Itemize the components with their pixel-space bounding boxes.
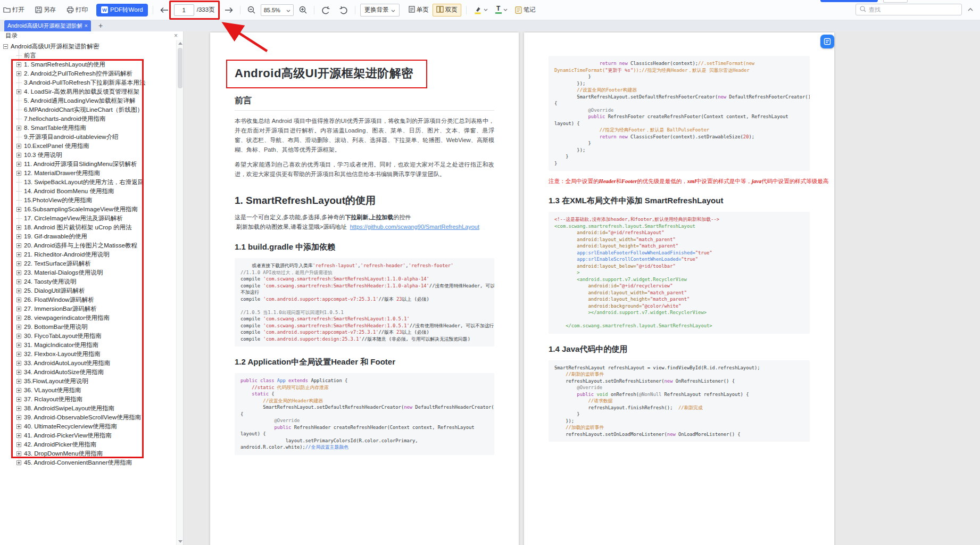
toc-item[interactable]: 13. SwipeBackLayout的使用方法，右滑返回	[0, 178, 176, 187]
toc-item[interactable]: 25. DialogUtil源码解析	[0, 286, 176, 295]
tree-toggle-icon[interactable]	[16, 171, 21, 176]
toc-item[interactable]: 39. Android-ObservableScrollView使用指南	[0, 413, 176, 422]
open-button[interactable]: 打开	[1, 5, 27, 15]
toc-item[interactable]: 35.FlowLayout使用说明	[0, 377, 176, 386]
toc-item[interactable]: 23. Material-Dialogs使用说明	[0, 268, 176, 277]
tree-toggle-icon[interactable]	[16, 234, 21, 239]
sidebar-scrollbar[interactable]	[176, 40, 183, 545]
toc-item[interactable]: 21. Richeditor-Android使用说明	[0, 250, 176, 259]
page-number-input[interactable]	[174, 4, 194, 16]
tree-toggle-icon[interactable]	[16, 71, 21, 76]
tree-toggle-icon[interactable]	[16, 370, 21, 375]
toc-item[interactable]: 8. SmartTable使用指南	[0, 123, 176, 133]
tree-toggle-icon[interactable]	[16, 424, 21, 429]
toc-item[interactable]: 7.hellocharts-android使用指南	[0, 114, 176, 123]
tree-toggle-icon[interactable]	[16, 153, 21, 158]
tree-toggle-icon[interactable]	[16, 298, 21, 302]
toc-item[interactable]: 30. FlycoTabLayout使用指南	[0, 332, 176, 341]
tree-toggle-icon[interactable]	[16, 334, 21, 338]
toc-item[interactable]: 14. Android BoomMenu 使用指南	[0, 187, 176, 196]
previous-page-button[interactable]	[158, 6, 171, 14]
toc-item[interactable]: 18. Android 图片裁切框架 uCrop 的用法	[0, 223, 176, 232]
document-view[interactable]: Android高级UI开源框架进阶解密 前言 本书收集总结 Android 项目…	[184, 31, 980, 545]
change-background-button[interactable]: 更换背景	[360, 4, 400, 16]
toc-item[interactable]: 15.PhotoView的使用指南	[0, 196, 176, 205]
tree-toggle-icon[interactable]	[16, 379, 21, 384]
toc-item[interactable]: 2. Android之PullToRefresh控件源码解析	[0, 69, 176, 78]
tab-close-icon[interactable]: ×	[85, 23, 88, 29]
highlighter-button[interactable]	[471, 5, 490, 15]
tree-toggle-icon[interactable]	[16, 343, 21, 348]
tree-toggle-icon[interactable]	[16, 225, 21, 230]
toc-item[interactable]: 40. UltimateRecyclerview使用指南	[0, 422, 176, 431]
print-button[interactable]: 打印	[64, 5, 90, 15]
toc-item[interactable]: 前言	[0, 51, 176, 60]
tree-toggle-icon[interactable]	[16, 252, 21, 257]
toc-close-icon[interactable]: ×	[174, 32, 178, 39]
save-as-button[interactable]: 另存	[33, 5, 58, 15]
toc-item[interactable]: 19. Gif-drawable的使用	[0, 232, 176, 241]
tree-toggle-icon[interactable]	[16, 279, 21, 284]
tree-toggle-icon[interactable]	[16, 451, 21, 456]
underline-text-button[interactable]: T	[493, 5, 510, 15]
tree-toggle-icon[interactable]	[16, 243, 21, 248]
toc-item[interactable]: 26. FloatWindow源码解析	[0, 295, 176, 304]
toc-item[interactable]: 10.ExcelPanel 使用指南	[0, 142, 176, 151]
redo-button[interactable]	[337, 5, 350, 15]
toc-item[interactable]: 45. Android-ConvenientBanner使用指南	[0, 458, 176, 467]
scrollbar-thumb[interactable]	[178, 48, 182, 88]
toc-item[interactable]: 36. VLayout使用指南	[0, 386, 176, 395]
toc-item[interactable]: 28. viewpagerindicator使用指南	[0, 313, 176, 323]
tree-toggle-icon[interactable]	[16, 62, 21, 67]
toc-item[interactable]: 27. ImmersionBar源码解析	[0, 304, 176, 313]
toc-item[interactable]: 43. DropDownMenu使用指南	[0, 449, 176, 458]
toc-item[interactable]: 1. SmartRefreshLayout的使用	[0, 60, 176, 69]
tree-toggle-icon[interactable]	[16, 270, 21, 275]
tree-toggle-icon[interactable]	[16, 144, 21, 148]
tree-toggle-icon[interactable]	[3, 44, 8, 49]
tree-toggle-icon[interactable]	[16, 352, 21, 357]
notes-button[interactable]: 笔记	[513, 5, 538, 15]
tree-toggle-icon[interactable]	[16, 406, 21, 411]
assistant-widget-button[interactable]	[820, 35, 834, 48]
toc-item[interactable]: Android高级UI开源框架进阶解密	[0, 42, 176, 51]
undo-button[interactable]	[319, 5, 333, 15]
toc-item[interactable]: 24. Taosty使用说明	[0, 277, 176, 286]
toc-item[interactable]: 17. CircleImageView用法及源码解析	[0, 214, 176, 223]
tree-toggle-icon[interactable]	[16, 89, 21, 94]
double-page-button[interactable]: 双页	[433, 4, 461, 16]
toc-item[interactable]: 6.MPAndroidChart实现LineChart（折线图）	[0, 105, 176, 114]
zoom-out-button[interactable]	[245, 5, 258, 15]
toc-item[interactable]: 42. AndroidPicker使用指南	[0, 440, 176, 449]
toc-item[interactable]: 5. Android通用LoadingView加载框架详解	[0, 96, 176, 105]
toc-item[interactable]: 34. AndroidAutoSize使用指南	[0, 368, 176, 377]
zoom-in-button[interactable]	[297, 5, 309, 15]
toc-item[interactable]: 20. Android选择与上传图片之Matisse教程	[0, 241, 176, 250]
toc-item[interactable]: 3.Android-PullToRefresh下拉刷新库基本用法	[0, 78, 176, 87]
toc-item[interactable]: 29. BottomBar使用说明	[0, 323, 176, 332]
toc-item[interactable]: 12. MaterialDrawer使用指南	[0, 169, 176, 178]
tree-toggle-icon[interactable]	[16, 207, 21, 212]
toc-item[interactable]: 37. Rclayout使用指南	[0, 395, 176, 404]
collapse-toolbar-button[interactable]	[965, 4, 976, 15]
pdf-to-word-button[interactable]: W PDF转Word	[96, 4, 148, 16]
next-page-button[interactable]	[222, 6, 235, 14]
tree-toggle-icon[interactable]	[16, 415, 21, 420]
toc-item[interactable]: 11. Android开源项目SlidingMenu深切解析	[0, 160, 176, 169]
toc-item[interactable]: 9.开源项目android-uitableview介绍	[0, 133, 176, 142]
tree-toggle-icon[interactable]	[16, 307, 21, 311]
zoom-level-select[interactable]: 85.5%	[261, 4, 294, 16]
tree-toggle-icon[interactable]	[16, 361, 21, 366]
toc-item[interactable]: 32. Flexbox-Layout使用指南	[0, 350, 176, 359]
tree-toggle-icon[interactable]	[16, 288, 21, 293]
tree-toggle-icon[interactable]	[16, 442, 21, 447]
toc-item[interactable]: 4. LoadSir-高效易用的加载反馈页管理框架	[0, 87, 176, 96]
scroll-down-icon[interactable]	[177, 538, 184, 545]
single-page-button[interactable]: 单页	[405, 4, 433, 16]
new-tab-button[interactable]: +	[96, 21, 105, 30]
tree-toggle-icon[interactable]	[16, 126, 21, 130]
tree-toggle-icon[interactable]	[16, 388, 21, 393]
document-tab[interactable]: Android高级UI开源框架进阶解 ×	[4, 20, 91, 31]
scroll-up-icon[interactable]	[177, 40, 184, 47]
toc-item[interactable]: 38. AndroidSwipeLayout使用指南	[0, 404, 176, 413]
